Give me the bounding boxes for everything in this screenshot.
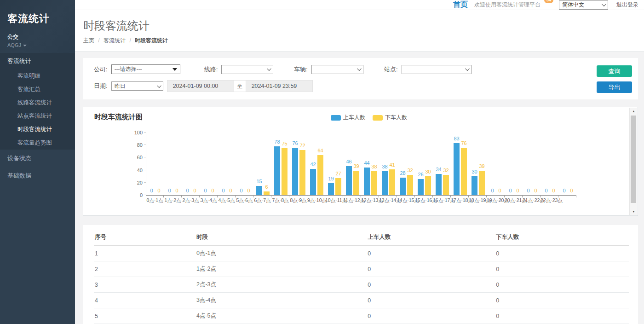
legend-item-boarding[interactable]: 上车人数: [331, 114, 365, 122]
bar-group[interactable]: 1927: [326, 133, 344, 195]
bar-value-label: 83: [453, 136, 460, 141]
bar-value-label: 15: [255, 179, 263, 184]
bar-value-label: 30: [471, 169, 478, 174]
date-start-input[interactable]: 2024-01-09 00:00: [167, 80, 234, 92]
y-axis-tick-label: 40: [137, 168, 146, 173]
breadcrumb-home[interactable]: 主页: [83, 37, 94, 44]
x-axis-category-label: 9点-10点: [307, 197, 325, 203]
bar-group[interactable]: 00: [200, 133, 218, 195]
bar-value-label: 42: [309, 162, 317, 167]
bar-group[interactable]: 00: [164, 133, 182, 195]
company-selected-value: ---请选择---: [115, 65, 142, 73]
welcome-text: 欢迎使用客流统计管理平台 34: [474, 1, 542, 9]
sidebar-item-station-stats[interactable]: 站点客流统计: [0, 110, 75, 123]
bar-group[interactable]: 00: [182, 133, 200, 195]
x-axis-labels: 0点-1点1点-2点2点-3点3点-4点4点-5点5点-6点6点-7点7点-8点…: [146, 197, 576, 203]
breadcrumb-section[interactable]: 客流统计: [104, 37, 126, 44]
bar-value-label: 0: [542, 188, 550, 193]
alighting-bar: [479, 171, 485, 195]
language-select[interactable]: 简体中文: [559, 0, 608, 10]
bar-group[interactable]: 00: [218, 133, 236, 195]
chevron-down-icon: [602, 2, 606, 6]
alighting-bar: [317, 155, 323, 195]
logout-link[interactable]: 退出登录: [616, 1, 638, 9]
table-cell: 0: [367, 293, 495, 308]
table-row[interactable]: 21点-2点00: [94, 261, 629, 277]
sidebar-item-device-status[interactable]: 设备状态: [0, 150, 75, 167]
sidebar-item-base-data[interactable]: 基础数据: [0, 167, 75, 185]
chevron-down-icon: [357, 66, 362, 71]
language-selected-value: 简体中文: [562, 1, 584, 9]
table-cell: 0: [495, 308, 629, 324]
bar-value-label: 30: [424, 169, 432, 174]
sidebar-submenu: 客流明细 客流汇总 线路客流统计 站点客流统计 时段客流统计 客流量趋势图: [0, 69, 75, 150]
table-column-header: 上车人数: [367, 229, 495, 246]
bar-group[interactable]: 00: [541, 133, 559, 195]
table-cell: 0: [367, 261, 495, 277]
x-axis-category-label: 21点-22点: [523, 197, 540, 203]
home-link[interactable]: 首页: [453, 0, 468, 10]
chevron-down-icon: [465, 66, 469, 71]
table-cell: 4点-5点: [196, 308, 367, 324]
sidebar-item-line-stats[interactable]: 线路客流统计: [0, 96, 75, 110]
chart-vertical-scrollbar[interactable]: ▲ ▼: [629, 108, 637, 215]
table-row[interactable]: 32点-3点00: [94, 277, 629, 293]
legend-label-boarding: 上车人数: [343, 114, 365, 122]
line-select[interactable]: [221, 65, 273, 74]
bar-group[interactable]: 00: [505, 133, 523, 195]
bar-group[interactable]: 156: [254, 133, 272, 195]
query-button[interactable]: 查询: [597, 65, 632, 77]
bar-group[interactable]: 3039: [469, 133, 487, 195]
bar-group[interactable]: 3841: [380, 133, 397, 195]
sidebar-item-period-stats[interactable]: 时段客流统计: [0, 123, 75, 136]
table-row[interactable]: 54点-5点00: [94, 308, 629, 324]
table-cell: 3点-4点: [196, 293, 367, 308]
bar-group[interactable]: 00: [559, 133, 577, 195]
bar-value-label: 0: [201, 188, 209, 193]
bar-group[interactable]: 2832: [397, 133, 415, 195]
company-select[interactable]: ---请选择---: [111, 64, 180, 74]
scroll-up-arrow-icon[interactable]: ▲: [630, 108, 638, 115]
org-dropdown[interactable]: AQGJ: [7, 42, 68, 48]
bar-group[interactable]: 00: [236, 133, 254, 195]
scroll-down-arrow-icon[interactable]: ▼: [630, 208, 638, 215]
date-preset-select[interactable]: 昨日: [111, 81, 163, 91]
sidebar-item-flow-detail[interactable]: 客流明细: [0, 69, 75, 83]
alighting-bar: [299, 150, 305, 195]
bar-group[interactable]: 4639: [344, 133, 362, 195]
station-select[interactable]: [402, 65, 472, 74]
sidebar-item-flow-summary[interactable]: 客流汇总: [0, 83, 75, 96]
bar-group[interactable]: 2630: [415, 133, 433, 195]
bar-group[interactable]: 7875: [272, 133, 290, 195]
sidebar-item-trend-chart[interactable]: 客流量趋势图: [0, 136, 75, 150]
date-end-input[interactable]: 2024-01-09 23:59: [246, 80, 313, 92]
bar-group[interactable]: 00: [146, 133, 164, 195]
page-heading: 时段客流统计 主页 / 客流统计 / 时段客流统计: [75, 10, 644, 52]
bar-group[interactable]: 00: [487, 133, 505, 195]
bar-value-label: 38: [370, 164, 378, 169]
notification-badge[interactable]: 34: [544, 0, 553, 3]
y-axis-tick-label: 20: [137, 180, 146, 185]
bar-group[interactable]: 00: [523, 133, 541, 195]
bar-group[interactable]: 3432: [433, 133, 451, 195]
x-axis-category-label: 19点-20点: [487, 197, 505, 203]
legend-item-alighting[interactable]: 下车人数: [373, 114, 407, 122]
bar-value-label: 0: [550, 188, 558, 193]
bar-group[interactable]: 4264: [308, 133, 326, 195]
alighting-bar: [264, 191, 270, 195]
sidebar-item-passenger-stats[interactable]: 客流统计: [0, 53, 75, 69]
table-row[interactable]: 10点-1点00: [94, 246, 629, 261]
chart-title: 时段车流统计图: [94, 113, 143, 122]
bar-group[interactable]: 8376: [451, 133, 469, 195]
bar-group[interactable]: 7672: [290, 133, 308, 195]
bar-group[interactable]: 4438: [362, 133, 380, 195]
export-button[interactable]: 导出: [597, 81, 632, 93]
scrollbar-thumb[interactable]: [631, 116, 636, 203]
table-cell: 0: [367, 308, 495, 324]
chevron-down-icon: [267, 66, 271, 71]
table-row[interactable]: 43点-4点00: [94, 293, 629, 308]
y-axis-tick-label: 0: [140, 192, 146, 198]
x-axis-category-label: 12点-13点: [361, 197, 379, 203]
vehicle-select[interactable]: [311, 65, 363, 74]
bar-value-label: 32: [406, 168, 414, 173]
